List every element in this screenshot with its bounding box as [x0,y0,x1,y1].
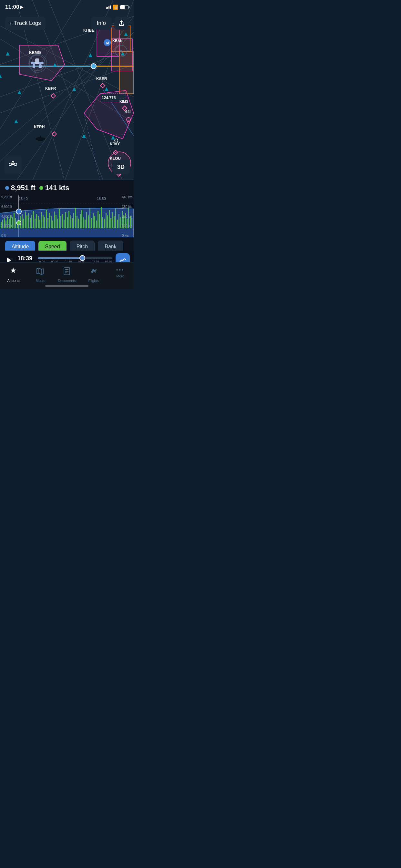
svg-point-68 [9,163,11,166]
home-indicator [45,285,89,287]
svg-point-69 [14,163,17,166]
speed-label: 141 kts [45,184,69,192]
share-button[interactable] [114,17,128,30]
chart-panel: 8,951 ft 141 kts 9,200 ft 6,900 ft 4,600… [0,180,134,251]
track-logs-label: Track Logs [14,20,41,27]
svg-rect-98 [30,218,31,228]
svg-rect-103 [38,216,39,228]
svg-rect-109 [48,218,49,228]
svg-text:KSER: KSER [96,76,107,81]
svg-text:124.775: 124.775 [102,96,116,100]
back-chevron-icon: ‹ [10,20,11,26]
svg-rect-135 [89,208,90,228]
airports-icon [9,267,18,277]
svg-rect-111 [51,216,52,228]
svg-rect-115 [57,219,58,228]
svg-rect-107 [44,217,45,228]
svg-rect-27 [120,52,134,94]
svg-text:KIMS: KIMS [120,99,128,103]
track-logs-button[interactable]: ‹ Track Logs [5,17,45,30]
y-right-3: 110 kts [122,224,132,228]
nav-bar: ‹ Track Logs Info [0,14,134,32]
more-label: More [116,274,124,278]
chart-header: 8,951 ft 141 kts [0,184,134,195]
svg-rect-137 [93,213,94,228]
flights-label: Flights [89,279,99,283]
svg-rect-120 [65,212,66,228]
documents-label: Documents [58,279,76,283]
svg-point-71 [12,161,14,163]
svg-rect-117 [60,216,61,228]
current-time: 18:39 [18,255,35,262]
svg-rect-139 [96,221,97,228]
svg-rect-131 [83,217,84,228]
altitude-label: 8,951 ft [11,184,35,192]
svg-rect-144 [104,219,105,228]
svg-rect-125 [73,213,74,228]
svg-rect-145 [105,213,106,228]
signal-icon [106,5,111,9]
svg-rect-142 [101,207,102,228]
svg-rect-153 [119,214,120,228]
progress-thumb[interactable] [80,255,85,261]
battery-icon [120,5,128,9]
y-label-0: 9,200 ft [1,195,12,199]
svg-point-17 [91,64,96,69]
svg-rect-128 [78,219,79,228]
svg-point-162 [16,209,21,214]
documents-icon [63,267,71,277]
svg-rect-61 [38,140,43,141]
svg-rect-127 [76,216,78,228]
svg-rect-96 [27,215,27,228]
status-bar: 11:00 ▶ 📶 [0,0,134,14]
svg-rect-110 [49,213,50,228]
svg-rect-143 [102,217,103,228]
svg-rect-88 [13,213,14,228]
svg-rect-134 [88,215,89,228]
svg-rect-101 [35,219,35,228]
svg-rect-104 [39,220,40,228]
svg-rect-150 [114,216,115,228]
svg-rect-106 [42,215,43,228]
route-button[interactable] [4,155,22,175]
chart-area[interactable]: 9,200 ft 6,900 ft 4,600 ft 2,300 ft 0 ft… [0,195,134,237]
svg-rect-123 [70,215,71,228]
nav-right-controls: Info [91,17,128,30]
svg-text:KBFR: KBFR [45,86,56,91]
svg-text:KBAK: KBAK [112,39,123,42]
time-display: 11:00 [5,4,19,10]
tab-maps[interactable]: Maps [27,266,54,284]
progress-fill [38,257,83,259]
svg-rect-129 [80,214,81,228]
3d-button[interactable]: 3D [112,160,130,175]
more-icon: ••• [116,267,125,273]
svg-text:18:40: 18:40 [19,197,28,200]
svg-rect-154 [120,217,121,228]
status-time: 11:00 ▶ [5,4,23,10]
svg-rect-102 [36,214,37,228]
svg-rect-119 [64,220,65,228]
svg-rect-124 [72,218,73,228]
svg-rect-122 [68,211,69,228]
svg-rect-87 [12,217,13,228]
svg-rect-89 [15,218,16,228]
svg-rect-121 [67,217,68,228]
svg-rect-152 [117,220,118,228]
location-icon: ▶ [20,5,23,9]
info-button[interactable]: Info [91,17,112,30]
tab-airports[interactable]: Airports [0,266,27,284]
maps-icon [36,267,44,277]
y-right-4: 0 kts [122,234,132,237]
tab-more[interactable]: ••• More [107,266,134,279]
svg-rect-141 [99,214,100,228]
svg-rect-130 [81,210,82,228]
svg-rect-151 [115,208,116,228]
tab-documents[interactable]: Documents [54,266,81,284]
y-axis-left: 9,200 ft 6,900 ft 4,600 ft 2,300 ft 0 ft [1,195,12,237]
progress-slider[interactable] [38,257,112,259]
svg-rect-97 [28,213,29,228]
airports-label: Airports [7,279,19,283]
tab-flights[interactable]: Flights [80,266,107,284]
svg-point-163 [17,221,21,225]
svg-rect-126 [75,208,76,228]
